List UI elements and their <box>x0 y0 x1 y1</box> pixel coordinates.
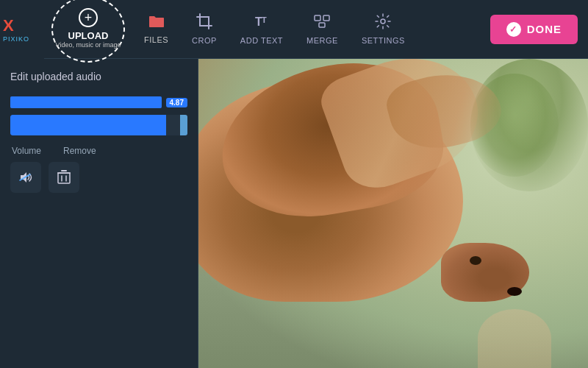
svg-rect-3 <box>323 15 329 21</box>
timeline-bar-wrapper[interactable] <box>10 115 187 135</box>
nav-item-merge[interactable]: MERGE <box>295 0 350 58</box>
svg-point-5 <box>381 19 385 24</box>
done-checkmark-icon: ✓ <box>506 22 521 37</box>
nav-label-crop: CROP <box>192 36 217 45</box>
dog-eye <box>470 256 481 265</box>
nav-label-add-text: ADD TEXT <box>240 36 283 45</box>
timeline-handle[interactable] <box>180 115 187 135</box>
volume-label: Volume <box>12 146 41 156</box>
nav-label-settings: SETTINGS <box>362 36 405 45</box>
track-row-value: 4.87 <box>10 94 187 110</box>
dog-nose <box>507 287 522 296</box>
nav-item-settings[interactable]: SETTINGS <box>350 0 417 58</box>
nav-item-add-text[interactable]: T T ADD TEXT <box>229 0 295 58</box>
upload-label: UPLOAD <box>68 30 109 41</box>
merge-icon <box>314 13 330 34</box>
track-bar-fill <box>10 96 162 108</box>
controls-labels: Volume Remove <box>10 146 187 156</box>
timeline-bar-fill <box>10 115 166 135</box>
header: X PIXIKO + UPLOAD Video, music or image … <box>0 0 588 59</box>
track-bar-wrapper[interactable] <box>10 96 162 108</box>
upload-plus-icon: + <box>79 8 98 27</box>
logo: X PIXIKO <box>0 0 44 59</box>
svg-rect-2 <box>315 15 320 21</box>
svg-rect-8 <box>58 173 70 183</box>
remove-button[interactable] <box>49 162 79 193</box>
nav-label-files: FILES <box>144 35 168 44</box>
main-content: Edit uploaded audio 4.87 Volume Remove <box>0 59 588 368</box>
svg-text:T: T <box>262 15 267 24</box>
left-panel: Edit uploaded audio 4.87 Volume Remove <box>0 59 198 368</box>
track-value-badge: 4.87 <box>166 98 187 107</box>
nav-item-files[interactable]: FILES <box>132 0 180 58</box>
gear-icon <box>375 13 391 34</box>
dog-body <box>198 59 588 346</box>
panel-title: Edit uploaded audio <box>10 71 187 82</box>
nav-items: FILES CROP T T ADD TEXT <box>129 0 490 58</box>
audio-track-section: 4.87 <box>10 94 187 135</box>
text-icon: T T <box>254 13 270 34</box>
svg-rect-4 <box>319 23 325 27</box>
controls-buttons <box>10 162 187 193</box>
dog-image <box>198 59 588 368</box>
done-button[interactable]: ✓ DONE <box>490 15 578 44</box>
upload-inner: + UPLOAD Video, music or image <box>56 8 121 50</box>
done-label: DONE <box>527 23 562 35</box>
nav-label-merge: MERGE <box>306 36 338 45</box>
logo-pixiko: PIXIKO <box>3 35 29 43</box>
logo-x: X <box>3 16 29 35</box>
image-area <box>198 59 588 368</box>
timeline-row <box>10 115 187 135</box>
remove-label: Remove <box>63 146 96 156</box>
volume-button[interactable] <box>10 162 41 193</box>
upload-sublabel: Video, music or image <box>56 41 121 50</box>
crop-icon <box>196 13 212 34</box>
upload-button[interactable]: + UPLOAD Video, music or image <box>48 0 129 63</box>
nav-item-crop[interactable]: CROP <box>180 0 229 58</box>
folder-icon <box>148 14 165 33</box>
